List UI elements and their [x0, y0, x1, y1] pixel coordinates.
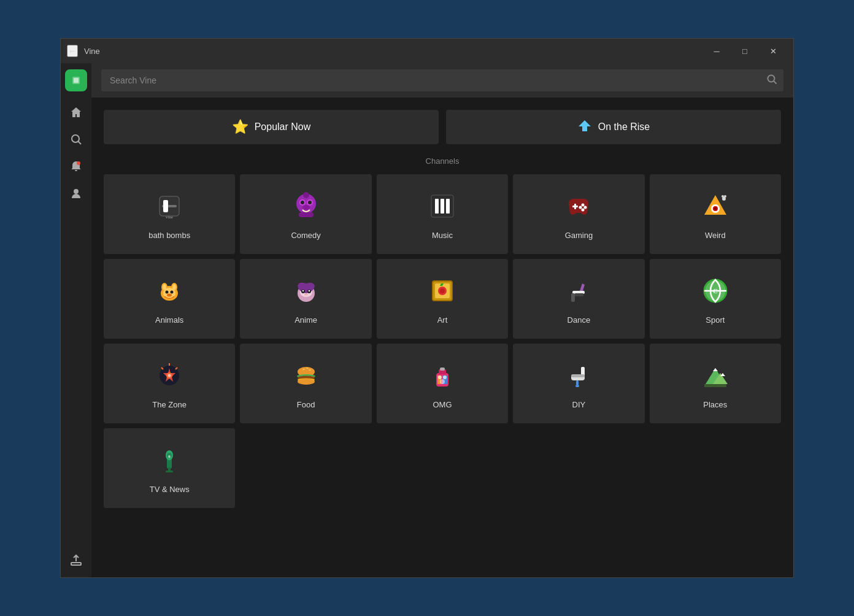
dance-icon	[561, 274, 596, 308]
scroll-area: ⭐ Popular Now On the Rise Channels	[91, 98, 793, 577]
channel-tile-gaming[interactable]: Gaming	[513, 174, 644, 254]
art-icon	[425, 274, 460, 308]
back-button[interactable]: ←	[67, 45, 78, 57]
music-label: Music	[432, 231, 453, 240]
popular-now-button[interactable]: ⭐ Popular Now	[104, 110, 439, 144]
svg-point-30	[584, 206, 587, 209]
minimize-button[interactable]: ─	[702, 42, 731, 60]
vine-logo[interactable]	[65, 69, 87, 91]
food-icon	[289, 358, 323, 393]
svg-point-80	[298, 379, 315, 385]
svg-rect-21	[299, 212, 314, 217]
svg-point-46	[166, 290, 169, 293]
on-the-rise-button[interactable]: On the Rise	[446, 110, 781, 144]
svg-point-38	[724, 195, 726, 198]
anime-label: Anime	[294, 315, 317, 325]
weird-label: Weird	[705, 231, 726, 240]
channel-tile-dance[interactable]: Dance	[513, 259, 644, 339]
channel-tile-the-zone[interactable]: The Zone	[104, 344, 235, 423]
sidebar-upload-icon[interactable]	[65, 549, 87, 571]
svg-point-29	[582, 203, 585, 206]
channel-tile-art[interactable]: Art	[377, 259, 508, 339]
svg-line-71	[175, 368, 177, 369]
channel-tile-places[interactable]: Places	[650, 344, 781, 423]
search-input[interactable]	[101, 69, 783, 91]
svg-text:6: 6	[168, 454, 171, 459]
svg-rect-61	[571, 293, 575, 302]
channel-tile-weird[interactable]: Weird	[650, 174, 781, 254]
sidebar-profile-icon[interactable]	[65, 182, 87, 204]
dance-label: Dance	[567, 315, 591, 325]
svg-point-31	[579, 206, 582, 209]
svg-line-9	[774, 81, 777, 84]
svg-rect-62	[575, 293, 583, 296]
channels-heading: Channels	[104, 156, 781, 166]
svg-line-4	[79, 142, 82, 145]
sidebar-home-icon[interactable]	[65, 101, 87, 123]
art-label: Art	[437, 315, 448, 325]
comedy-label: Comedy	[291, 231, 320, 240]
popular-star-icon: ⭐	[232, 119, 248, 135]
channel-tile-sport[interactable]: C Sport	[650, 259, 781, 339]
diy-icon	[561, 358, 596, 393]
svg-rect-92	[576, 380, 579, 385]
sport-label: Sport	[706, 315, 725, 325]
svg-rect-25	[440, 199, 444, 214]
channel-tile-diy[interactable]: DIY	[513, 344, 644, 423]
on-the-rise-label: On the Rise	[598, 121, 650, 133]
svg-rect-2	[74, 78, 79, 83]
main-area: ⭐ Popular Now On the Rise Channels	[61, 63, 793, 577]
omg-label: OMG	[433, 400, 452, 409]
tv-news-icon: 6	[152, 443, 187, 477]
svg-point-39	[721, 195, 724, 198]
svg-rect-26	[446, 199, 450, 214]
app-window: ← Vine ─ □ ✕	[60, 38, 794, 578]
svg-point-55	[304, 293, 308, 295]
channel-tile-omg[interactable]: OMG	[377, 344, 508, 423]
sidebar-search-icon[interactable]	[65, 128, 87, 150]
popular-now-label: Popular Now	[255, 121, 311, 133]
the-zone-icon	[152, 358, 187, 393]
close-button[interactable]: ✕	[759, 42, 787, 60]
bath-bombs-icon: vine	[152, 189, 187, 223]
places-icon	[698, 358, 733, 393]
channel-tile-tv-news[interactable]: 6 TV & News	[104, 428, 235, 508]
svg-point-36	[714, 207, 717, 210]
svg-rect-91	[571, 374, 585, 377]
channel-tile-music[interactable]: Music	[377, 174, 508, 254]
svg-point-48	[167, 293, 172, 296]
search-wrapper	[101, 69, 783, 91]
svg-point-19	[308, 201, 312, 204]
tv-news-label: TV & News	[150, 485, 190, 494]
food-label: Food	[297, 400, 315, 409]
svg-point-53	[302, 290, 303, 291]
channel-tile-animals[interactable]: Animals	[104, 259, 235, 339]
animals-icon	[152, 274, 187, 308]
channel-tile-food[interactable]: Food	[240, 344, 371, 423]
svg-text:C: C	[713, 287, 718, 295]
svg-rect-85	[440, 368, 445, 371]
search-submit-button[interactable]	[766, 74, 777, 87]
sport-icon: C	[698, 274, 733, 308]
svg-text:vine: vine	[166, 215, 173, 220]
the-zone-label: The Zone	[152, 400, 187, 409]
sidebar-notifications-icon[interactable]	[65, 155, 87, 177]
svg-rect-24	[435, 199, 439, 214]
animals-label: Animals	[155, 315, 183, 325]
comedy-icon	[289, 189, 323, 223]
featured-buttons: ⭐ Popular Now On the Rise	[104, 110, 781, 144]
svg-rect-28	[572, 206, 578, 207]
svg-point-3	[72, 135, 79, 142]
svg-point-54	[308, 290, 309, 291]
window-title: Vine	[84, 47, 702, 56]
svg-point-93	[575, 385, 579, 387]
svg-point-86	[438, 375, 442, 379]
channel-tile-comedy[interactable]: Comedy	[240, 174, 371, 254]
maximize-button[interactable]: □	[731, 42, 759, 60]
channel-tile-anime[interactable]: Anime	[240, 259, 371, 339]
channel-tile-bath-bombs[interactable]: vine bath bombs	[104, 174, 235, 254]
svg-point-88	[440, 379, 445, 384]
title-bar: ← Vine ─ □ ✕	[61, 39, 793, 63]
weird-icon	[698, 189, 733, 223]
svg-rect-98	[704, 384, 726, 387]
